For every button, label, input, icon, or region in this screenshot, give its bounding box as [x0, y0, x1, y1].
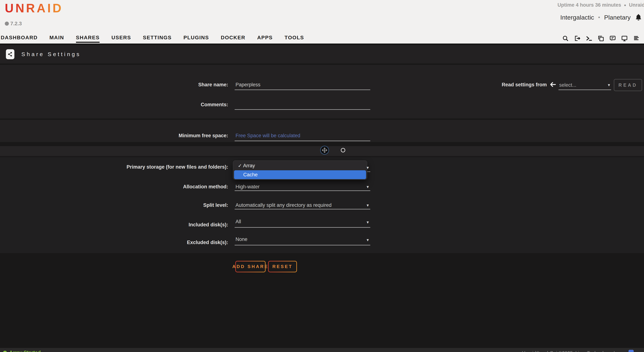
allocation-method-label: Allocation method:	[80, 184, 228, 190]
chevron-down-icon: ▼	[366, 203, 370, 208]
share-name-input[interactable]: Paperpless	[236, 82, 260, 88]
section-space	[0, 120, 644, 142]
reset-button-label: RESET	[269, 262, 296, 272]
nav-item-apps[interactable]: APPS	[257, 35, 273, 43]
comments-input-underline	[234, 109, 370, 110]
chevron-down-icon: ▼	[607, 83, 611, 87]
dropdown-option-array[interactable]: ✓ Array	[233, 162, 367, 170]
included-disks-label: Included disk(s):	[80, 222, 228, 228]
array-status: Array Started	[3, 350, 41, 352]
nav-item-settings[interactable]: SETTINGS	[143, 35, 172, 43]
monitor-icon[interactable]	[621, 35, 628, 42]
search-icon[interactable]	[562, 35, 569, 42]
split-level-label: Split level:	[80, 202, 228, 208]
allocation-method-underline	[234, 190, 370, 191]
option-label: Cache	[243, 172, 258, 178]
nav-utility-icons	[562, 35, 644, 42]
nav-item-users[interactable]: USERS	[112, 35, 131, 43]
dropdown-option-cache[interactable]: Cache	[234, 170, 366, 179]
version-dot-icon	[5, 22, 9, 26]
server-name: Intergalactic	[560, 14, 594, 21]
status-dot-icon	[3, 351, 7, 352]
unraid-share-settings-screen: UNRAID 7.2.3 Uptime 4 hours 36 minutes •…	[0, 0, 644, 352]
included-disks-select[interactable]: All	[236, 219, 241, 224]
nav-item-shares[interactable]: SHARES	[76, 35, 100, 43]
add-share-button-label: ADD SHARE	[236, 262, 265, 272]
excluded-disks-underline	[234, 245, 370, 245]
split-level-underline	[234, 209, 370, 210]
allocation-method-select[interactable]: High-water	[236, 184, 260, 190]
min-free-space-underline	[234, 140, 370, 141]
share-name-label: Share name:	[80, 82, 228, 88]
min-free-space-input[interactable]: Free Space will be calculated	[236, 133, 300, 138]
option-label: Array	[243, 163, 255, 168]
main-navbar: DASHBOARD MAIN SHARES USERS SETTINGS PLU…	[0, 35, 644, 44]
server-description: Planetary	[604, 14, 631, 21]
version-number: 7.2.3	[10, 21, 22, 26]
chevron-down-icon: ▼	[366, 220, 370, 224]
page-title: Share Settings	[22, 51, 81, 58]
footer-brand-icon	[628, 350, 634, 352]
read-settings-select[interactable]: select...	[559, 82, 576, 88]
read-settings-label: Read settings from	[436, 82, 547, 88]
nav-items: DASHBOARD MAIN SHARES USERS SETTINGS PLU…	[1, 35, 644, 43]
chevron-down-icon: ▼	[366, 238, 370, 242]
server-identity: Intergalactic • Planetary	[560, 13, 644, 22]
nav-item-tools[interactable]: TOOLS	[284, 35, 304, 43]
version-label: 7.2.3	[5, 21, 22, 26]
notifications-bell-icon[interactable]	[634, 13, 642, 22]
read-settings-underline	[558, 90, 611, 90]
primary-storage-dropdown: ✓ Array Cache	[233, 160, 367, 180]
primary-storage-label: Primary storage (for new files and folde…	[80, 164, 228, 170]
nav-item-main[interactable]: MAIN	[50, 35, 64, 43]
array-status-text: Array Started	[9, 350, 41, 352]
unraid-logo[interactable]: UNRAID	[5, 1, 63, 15]
arrow-left-icon	[549, 81, 556, 88]
footer-copyright: Unraid® webGui ©2025, Lime Technology, I…	[522, 350, 621, 352]
share-icon	[6, 49, 14, 59]
nav-item-dashboard[interactable]: DASHBOARD	[1, 35, 38, 43]
nav-item-docker[interactable]: DOCKER	[221, 35, 245, 43]
move-cursor-icon	[320, 146, 329, 154]
os-name: Unraid OS	[629, 2, 644, 8]
feedback-chat-icon[interactable]	[609, 35, 616, 42]
excluded-disks-label: Excluded disk(s):	[80, 240, 228, 245]
included-disks-underline	[234, 227, 370, 228]
page-titlebar: Share Settings	[0, 45, 644, 64]
reset-button[interactable]: RESET	[268, 261, 297, 272]
split-level-select[interactable]: Automatically split any directory as req…	[236, 202, 332, 208]
min-free-space-label: Minimum free space:	[80, 133, 228, 138]
log-icon[interactable]	[633, 35, 640, 42]
chevron-down-icon: ▼	[366, 166, 370, 170]
separator-dot: •	[624, 2, 626, 8]
circle-cursor-icon	[341, 148, 345, 152]
excluded-disks-select[interactable]: None	[236, 236, 248, 242]
footer-bar: Array Started Unraid® webGui ©2025, Lime…	[0, 348, 644, 352]
add-share-button[interactable]: ADD SHARE	[235, 261, 266, 272]
uptime-status: Uptime 4 hours 36 minutes • Unraid OS St…	[558, 2, 644, 8]
terminal-icon[interactable]	[586, 35, 592, 42]
logout-icon[interactable]	[574, 35, 580, 42]
app-header: UNRAID 7.2.3 Uptime 4 hours 36 minutes •…	[0, 0, 644, 44]
share-name-input-underline	[234, 90, 370, 90]
uptime-text: Uptime 4 hours 36 minutes	[558, 2, 621, 8]
comments-label: Comments:	[80, 102, 228, 108]
check-icon: ✓	[237, 163, 243, 168]
separator-dot: •	[598, 14, 600, 20]
read-button[interactable]: READ	[614, 79, 642, 91]
copy-icon[interactable]	[598, 35, 604, 42]
section-identity	[0, 65, 644, 118]
nav-item-plugins[interactable]: PLUGINS	[184, 35, 209, 43]
chevron-down-icon: ▼	[366, 185, 370, 189]
